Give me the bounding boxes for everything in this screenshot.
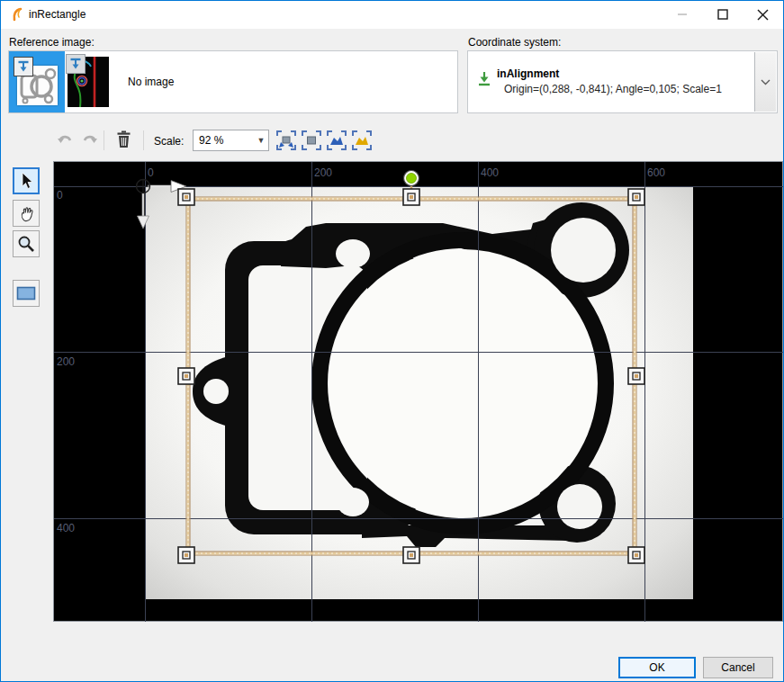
scale-value: 92 % (194, 134, 254, 147)
thumbnail-gasket[interactable] (9, 51, 65, 112)
redo-button[interactable] (78, 130, 100, 151)
ruler-x-600: 600 (647, 166, 665, 179)
chevron-down-icon: ▼ (254, 136, 268, 145)
tool-rectangle-button[interactable] (13, 280, 40, 307)
coordinate-system-label: Coordinate system: (468, 36, 561, 49)
reference-image-label: Reference image: (9, 36, 95, 49)
image-pin-icon (66, 54, 86, 74)
reference-image-panel: No image (8, 50, 458, 113)
thumbnail-edges[interactable] (68, 57, 109, 107)
tool-select-button[interactable] (13, 167, 40, 194)
ruler-x-200: 200 (314, 166, 332, 179)
chevron-down-icon (761, 79, 770, 85)
scale-label: Scale: (154, 135, 184, 148)
zoom-fit-region-button[interactable] (326, 130, 347, 151)
cancel-button-label: Cancel (721, 661, 754, 674)
maximize-button[interactable] (702, 1, 743, 28)
window-title: inRectangle (29, 8, 86, 21)
cursor-arrow-icon (18, 172, 34, 190)
image-pin-icon (14, 57, 33, 76)
zoom-fit-region-icon (327, 130, 347, 150)
ruler-y-0: 0 (57, 189, 63, 202)
alignment-icon (477, 71, 491, 87)
app-logo-icon (10, 7, 25, 22)
trash-icon (116, 130, 131, 148)
zoom-actual-size-icon (302, 130, 321, 150)
undo-icon (57, 132, 75, 148)
magnifier-icon (17, 235, 35, 253)
zoom-fit-image-button[interactable] (275, 130, 297, 151)
canvas-viewport[interactable]: 0 200 400 600 0 200 400 (53, 161, 783, 622)
zoom-fit-selection-icon (352, 130, 372, 150)
delete-button[interactable] (113, 129, 134, 150)
no-image-text: No image (128, 76, 174, 88)
ruler-x-400: 400 (481, 166, 499, 179)
ruler-x-0: 0 (148, 166, 154, 179)
redo-icon (80, 132, 98, 148)
coordinate-system-name: inAlignment (497, 67, 559, 80)
close-button[interactable] (743, 1, 783, 28)
coordinate-system-dropdown-button[interactable] (754, 52, 776, 112)
scale-combobox[interactable]: 92 % ▼ (193, 130, 269, 151)
dialog-inrectangle: inRectangle Reference image: Coordinate … (0, 0, 784, 682)
ruler-y-400: 400 (57, 522, 75, 534)
ruler-y-200: 200 (57, 355, 75, 368)
zoom-fit-selection-button[interactable] (351, 130, 373, 151)
tool-zoom-button[interactable] (13, 230, 40, 257)
rectangle-icon (16, 286, 36, 301)
zoom-fit-image-icon (276, 130, 296, 150)
toolbar-separator (143, 130, 144, 150)
gasket-image (146, 187, 693, 599)
zoom-actual-size-button[interactable] (301, 130, 322, 151)
hand-icon (17, 204, 35, 222)
cancel-button[interactable]: Cancel (703, 657, 773, 678)
ok-button-label: OK (649, 661, 664, 674)
undo-button[interactable] (55, 130, 77, 151)
ok-button[interactable]: OK (618, 657, 696, 678)
tool-pan-button[interactable] (13, 200, 40, 227)
coordinate-system-panel: inAlignment Origin=(0,288, -0,841); Angl… (467, 50, 778, 113)
title-bar[interactable]: inRectangle (1, 1, 783, 29)
toolbar-separator (104, 130, 104, 150)
coordinate-system-details: Origin=(0,288, -0,841); Angle=0,105; Sca… (504, 83, 722, 95)
minimize-button[interactable] (662, 1, 702, 28)
